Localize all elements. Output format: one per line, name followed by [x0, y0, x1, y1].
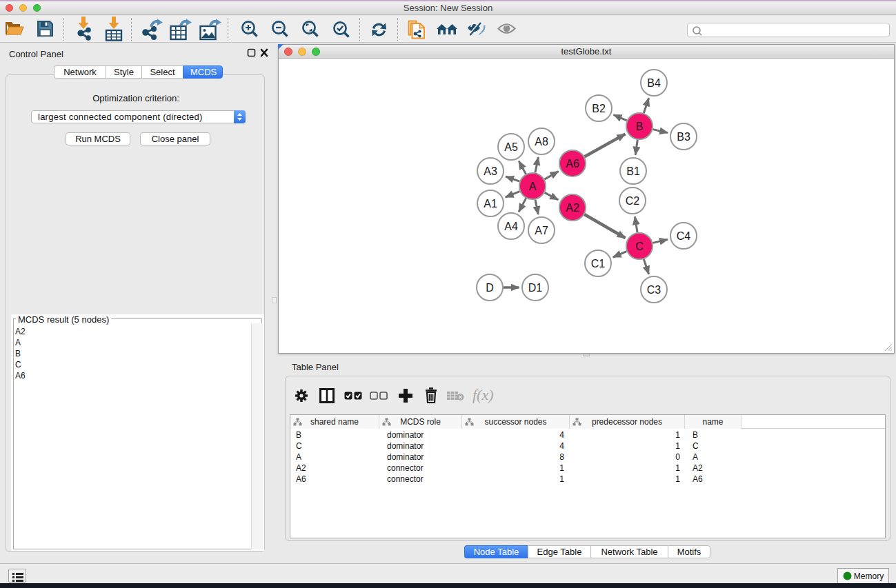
svg-text:B1: B1: [626, 165, 640, 177]
svg-text:A7: A7: [535, 225, 548, 236]
svg-text:A2: A2: [566, 202, 579, 214]
svg-text:A: A: [529, 181, 537, 192]
svg-text:B: B: [636, 121, 644, 132]
svg-text:A1: A1: [484, 198, 497, 210]
svg-text:C3: C3: [647, 284, 661, 296]
svg-text:C1: C1: [591, 258, 606, 270]
svg-text:C2: C2: [626, 195, 640, 207]
svg-text:B2: B2: [592, 103, 606, 114]
svg-text:C: C: [635, 241, 644, 252]
svg-text:B4: B4: [647, 77, 661, 89]
svg-text:A5: A5: [504, 141, 518, 153]
svg-text:A4: A4: [504, 221, 518, 232]
svg-text:B3: B3: [677, 131, 690, 143]
svg-text:A6: A6: [566, 158, 579, 170]
svg-text:A8: A8: [535, 136, 548, 148]
svg-text:D1: D1: [528, 282, 543, 294]
svg-text:A3: A3: [484, 165, 497, 177]
svg-text:C4: C4: [677, 230, 691, 242]
svg-text:D: D: [486, 282, 494, 294]
